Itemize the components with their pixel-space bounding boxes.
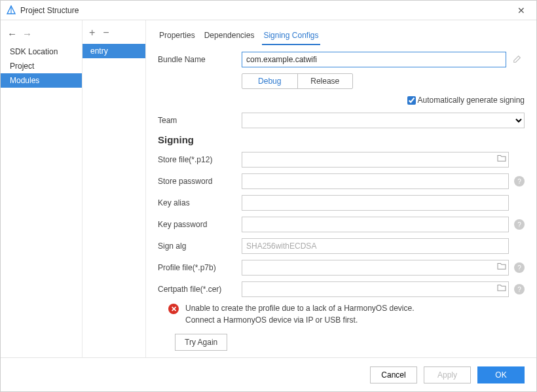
tab-properties[interactable]: Properties [158,28,196,45]
store-file-input[interactable] [242,152,509,168]
module-list-ops: + − [83,26,145,44]
certpath-input[interactable] [242,281,509,297]
titlebar: Project Structure ✕ [1,1,536,20]
main-panel: Properties Dependencies Signing Configs … [146,20,536,357]
bundle-name-input[interactable] [242,52,506,67]
add-module-icon[interactable]: + [89,27,95,39]
forward-arrow-icon[interactable]: → [22,28,32,39]
build-type-toggle: Debug Release [242,73,353,89]
error-icon: ✕ [168,304,179,314]
auto-sign-checkbox[interactable] [407,96,416,105]
window-title: Project Structure [20,6,79,15]
sign-alg-input[interactable] [242,238,509,254]
sidebar-item-modules[interactable]: Modules [1,73,82,88]
profile-file-label: Profile file(*.p7b) [158,263,242,272]
key-alias-label: Key alias [158,198,242,207]
module-item-entry[interactable]: entry [83,44,145,58]
key-password-input[interactable] [242,217,509,232]
apply-button[interactable]: Apply [424,366,471,383]
team-select[interactable] [242,113,525,128]
release-segment[interactable]: Release [298,74,353,88]
back-arrow-icon[interactable]: ← [7,28,17,39]
store-password-input[interactable] [242,173,509,189]
edit-bundle-icon[interactable] [510,54,525,65]
key-alias-input[interactable] [242,195,509,211]
remove-module-icon[interactable]: − [103,27,109,39]
nav-arrows: ← → [1,26,82,45]
profile-file-browse-icon[interactable] [497,262,506,272]
sidebar-item-project[interactable]: Project [1,59,82,73]
tab-bar: Properties Dependencies Signing Configs [158,27,525,45]
profile-file-input[interactable] [242,260,509,276]
store-file-label: Store file(*.p12) [158,155,242,164]
try-again-button[interactable]: Try Again [175,334,227,351]
error-line1: Unable to create the profile due to a la… [185,303,415,314]
certpath-browse-icon[interactable] [497,283,506,293]
key-password-help-icon[interactable]: ? [514,219,525,230]
module-list: + − entry [83,20,146,357]
category-sidebar: ← → SDK Location Project Modules [1,20,83,357]
close-button[interactable]: ✕ [511,5,531,16]
dialog-footer: Cancel Apply OK [1,357,536,391]
store-file-browse-icon[interactable] [497,154,506,164]
tab-signing-configs[interactable]: Signing Configs [262,28,320,45]
project-structure-dialog: Project Structure ✕ ← → SDK Location Pro… [0,0,537,392]
store-password-label: Store password [158,177,242,186]
sign-alg-label: Sign alg [158,241,242,251]
debug-segment[interactable]: Debug [242,74,298,88]
signing-form: Bundle Name Debug Release [158,52,525,357]
bundle-name-label: Bundle Name [158,55,242,64]
auto-sign-row[interactable]: Automatically generate signing [407,96,525,105]
signing-heading: Signing [158,134,525,145]
profile-help-icon[interactable]: ? [514,262,525,273]
certpath-help-icon[interactable]: ? [514,284,525,294]
tab-dependencies[interactable]: Dependencies [203,28,256,45]
key-password-label: Key password [158,220,242,229]
store-password-help-icon[interactable]: ? [514,176,525,187]
error-message: ✕ Unable to create the profile due to a … [168,303,525,326]
ok-button[interactable]: OK [477,366,525,383]
app-logo-icon [6,5,16,16]
error-line2: Connect a HarmonyOS device via IP or USB… [185,315,415,326]
certpath-label: Certpath file(*.cer) [158,285,242,294]
sidebar-item-sdk-location[interactable]: SDK Location [1,45,82,59]
cancel-button[interactable]: Cancel [370,366,417,383]
team-label: Team [158,116,242,125]
auto-sign-label: Automatically generate signing [418,96,525,105]
